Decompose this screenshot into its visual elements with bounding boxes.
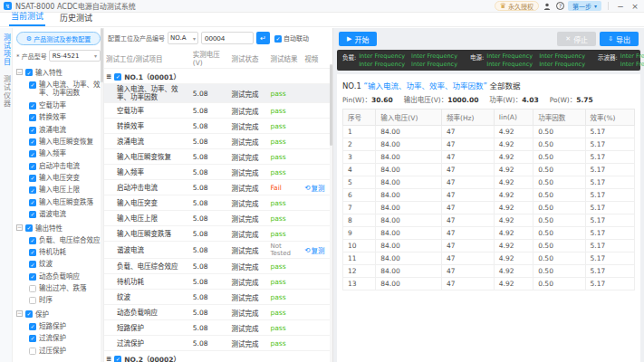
tree-item-checkbox[interactable]: ✓ <box>29 102 36 110</box>
tree-item[interactable]: ✓转换效率 <box>16 111 101 123</box>
tree-item[interactable]: 时序 <box>16 294 101 306</box>
tree-item-checkbox[interactable]: ✓ <box>29 186 36 194</box>
tree-item[interactable]: ✓输入电压瞬变跌落 <box>16 196 101 208</box>
tree-item-checkbox[interactable]: ✓ <box>29 335 36 342</box>
tree-group-checkbox[interactable]: ✓ <box>25 69 33 76</box>
result-row[interactable]: 1284.00474.920.505.17 <box>343 265 635 278</box>
product-config-button[interactable]: ⚙ 产品测试及参数配置 <box>16 32 101 45</box>
collapse-icon[interactable]: − <box>16 224 23 231</box>
tree-group-row[interactable]: −✓保护 <box>16 307 101 320</box>
tab-history-test[interactable]: 历史测试 <box>58 10 94 26</box>
tree-item-checkbox[interactable] <box>29 285 36 292</box>
stop-button[interactable]: ✕ 停止 <box>557 32 596 46</box>
test-item-row[interactable]: 输入电压瞬变跌落5.08测试完成pass <box>104 226 332 242</box>
test-item-row[interactable]: 谐波电流5.08测试完成Not Tested⟲复测 <box>104 242 332 259</box>
result-row[interactable]: 784.00474.920.505.17 <box>343 202 635 214</box>
group-checkbox[interactable]: ✓ <box>114 73 121 81</box>
sidebar-scrollbar[interactable] <box>101 28 103 362</box>
result-row[interactable]: 184.00474.920.505.17 <box>343 126 635 138</box>
tree-item[interactable]: ✓输入电压突变 <box>16 172 101 184</box>
test-item-row[interactable]: 待机功耗5.08测试完成pass <box>104 274 332 290</box>
test-item-row[interactable]: 负载、电压综合效应5.08测试完成pass <box>104 259 332 274</box>
result-row[interactable]: 584.00474.920.505.17 <box>343 176 635 189</box>
result-row[interactable]: 1384.00474.920.505.17 <box>343 278 635 291</box>
tree-item[interactable]: ✓输入电压瞬变恢复 <box>16 136 101 148</box>
minimize-button[interactable]: − <box>615 1 626 12</box>
test-item-row[interactable]: 输入频率5.08测试完成pass <box>104 165 332 180</box>
test-item-row[interactable]: 动态负载响应5.08测试完成pass <box>104 305 332 320</box>
tree-item-checkbox[interactable]: ✓ <box>29 237 36 244</box>
help-icon[interactable]: ? <box>556 2 564 10</box>
collapse-icon[interactable]: − <box>16 310 23 317</box>
tree-item[interactable]: 输出过冲、跌落 <box>16 282 101 294</box>
retry-button[interactable]: ⟲复测 <box>304 183 324 193</box>
tree-item[interactable]: ✓谐波电流 <box>16 208 101 220</box>
test-item-row[interactable]: 纹波5.08测试完成pass <box>104 290 332 305</box>
result-row[interactable]: 284.00474.920.505.17 <box>343 138 635 151</box>
user-menu-button[interactable]: 第一步 ▾ <box>568 1 601 11</box>
tree-item-checkbox[interactable] <box>29 297 36 304</box>
tree-item[interactable]: ✓过流保护 <box>16 332 101 344</box>
tree-item[interactable]: ✓空载功率 <box>16 100 101 111</box>
tree-group-checkbox[interactable]: ✓ <box>25 310 33 318</box>
test-item-row[interactable]: 过流保护5.08测试完成pass <box>104 336 332 351</box>
middle-scrollbar[interactable] <box>330 64 332 362</box>
tree-item-checkbox[interactable]: ✓ <box>29 114 36 121</box>
station-group-no2[interactable]: ≡✓NO.2（00002） <box>104 351 332 362</box>
result-row[interactable]: 1084.00474.920.505.17 <box>343 240 635 252</box>
test-item-row[interactable]: 输入电压瞬变恢复5.08测试完成pass <box>104 149 332 165</box>
tree-item-checkbox[interactable]: ✓ <box>29 211 36 218</box>
tree-item[interactable]: ✓待机功耗 <box>16 246 101 258</box>
tree-item[interactable]: ✓短路保护 <box>16 320 101 332</box>
tree-item[interactable]: ✓动态负载响应 <box>16 271 101 282</box>
tree-item-checkbox[interactable]: ✓ <box>29 323 36 330</box>
tree-item-checkbox[interactable]: ✓ <box>29 249 36 256</box>
tree-item[interactable]: ✓输入电流、功率、效率、功率因数 <box>16 79 101 100</box>
station-group-no1[interactable]: ≡✓NO.1（00001） <box>104 69 332 84</box>
group-checkbox[interactable]: ✓ <box>114 356 121 362</box>
tree-item-checkbox[interactable]: ✓ <box>29 163 36 170</box>
test-item-row[interactable]: 短路保护5.08测试完成pass <box>104 320 332 336</box>
confirm-sn-button[interactable]: ↵ <box>256 32 270 44</box>
station-select[interactable]: NO.A ▾ <box>168 32 198 44</box>
test-item-row[interactable]: 输入电流、功率、效率、功率因数5.08测试完成pass <box>104 84 332 103</box>
retry-button[interactable]: ⟲复测 <box>304 245 324 255</box>
test-item-row[interactable]: 浪涌电流5.08测试完成pass <box>104 134 332 149</box>
collapse-icon[interactable]: − <box>16 69 23 75</box>
result-row[interactable]: 684.00474.920.505.17 <box>343 189 635 202</box>
test-item-row[interactable]: 转换效率5.08测试完成pass <box>104 119 332 134</box>
test-item-row[interactable]: 启动冲击电流5.08测试完成Fail⟲复测 <box>104 180 332 195</box>
menu-icon[interactable]: ≡ <box>106 355 111 362</box>
user-icon[interactable] <box>543 1 553 11</box>
tree-item[interactable]: ✓输入电压上限 <box>16 184 101 195</box>
tree-group-checkbox[interactable]: ✓ <box>25 224 33 232</box>
tree-item[interactable]: ✓启动冲击电流 <box>16 160 101 172</box>
tree-item[interactable]: ✓纹波 <box>16 258 101 270</box>
auto-linkage-checkbox[interactable]: ✓ <box>274 35 282 43</box>
menu-icon[interactable]: ≡ <box>106 72 111 81</box>
tree-group-row[interactable]: −✓输入特性 <box>16 65 101 79</box>
start-button[interactable]: ▶ 开始 <box>339 32 377 46</box>
result-row[interactable]: 984.00474.920.505.17 <box>343 227 635 240</box>
tree-item[interactable]: ✓输入频率 <box>16 148 101 159</box>
tree-item[interactable]: ✓负载、电压综合效应 <box>16 234 101 246</box>
result-row[interactable]: 1184.00474.920.505.17 <box>343 252 635 265</box>
tab-current-test[interactable]: 当前测试 <box>9 8 45 26</box>
tree-item-checkbox[interactable]: ✓ <box>29 138 36 146</box>
tree-item-checkbox[interactable]: ✓ <box>29 127 36 134</box>
test-item-row[interactable]: 输入电压上限5.08测试完成pass <box>104 211 332 226</box>
tree-item[interactable]: ✓浪涌电流 <box>16 124 101 136</box>
export-button[interactable]: ⇩ 导出 <box>600 32 639 46</box>
result-row[interactable]: 484.00474.920.505.17 <box>343 164 635 176</box>
tree-item-checkbox[interactable] <box>29 348 36 355</box>
close-button[interactable]: × <box>630 1 640 12</box>
auto-linkage-option[interactable]: ✓ 自动联动 <box>274 33 309 43</box>
tree-group-row[interactable]: −✓输出特性 <box>16 221 101 234</box>
tree-item-checkbox[interactable]: ✓ <box>29 199 36 206</box>
serial-number-input[interactable] <box>201 32 254 44</box>
tree-item-checkbox[interactable]: ✓ <box>29 261 36 268</box>
tree-item[interactable]: 过压保护 <box>16 345 101 357</box>
model-select[interactable]: RS-4521 ▾ <box>49 50 101 62</box>
test-item-row[interactable]: 输入电压突变5.08测试完成pass <box>104 195 332 211</box>
test-item-row[interactable]: 空载功率5.08测试完成pass <box>104 103 332 119</box>
